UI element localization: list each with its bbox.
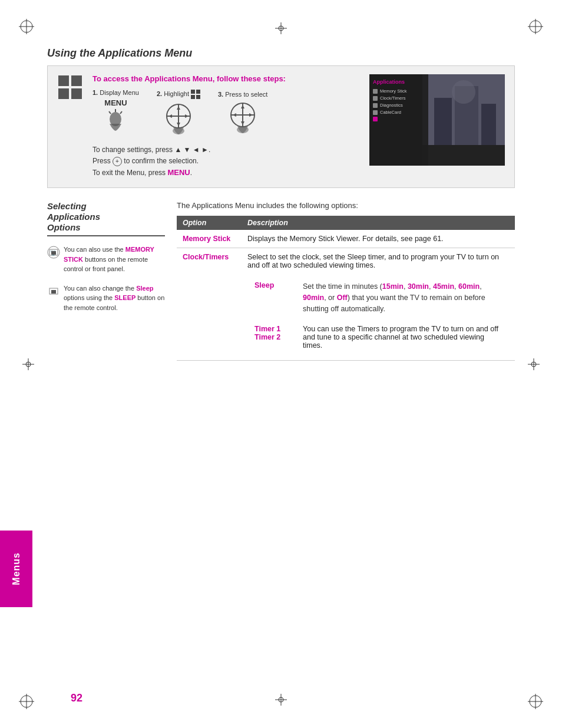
tip-highlight-sleep-button: SLEEP xyxy=(114,294,135,301)
svg-marker-49 xyxy=(233,113,236,117)
left-column: Selecting Applications Options 📡 You can… xyxy=(47,201,165,361)
svg-line-30 xyxy=(120,111,122,114)
sub-table-timers: Sleep Set the time in minutes (15min, 30… xyxy=(247,275,509,355)
screen-menu-overlay: Applications Memory Stick Clock/Timers D… xyxy=(369,74,428,166)
screen-menu-label-2: Clock/Timers xyxy=(380,95,405,101)
dpad-press-icon xyxy=(228,100,257,136)
instruction-footer: To change settings, press ▲ ▼ ◄ ►. Press… xyxy=(92,144,360,179)
page-number: 92 xyxy=(71,692,82,704)
table-row-memory-stick: Memory Stick Displays the Memory Stick V… xyxy=(177,230,515,248)
screen-menu-item-3: Diagnostics xyxy=(373,103,425,108)
screen-scene-svg xyxy=(422,74,505,166)
hand-press-icon-1 xyxy=(104,107,127,136)
screen-menu-dot-1 xyxy=(373,89,378,94)
tip-highlight-memory-stick: MEMORY STICK xyxy=(64,246,154,263)
cross-bottom xyxy=(275,694,287,706)
step-1: 1. Display Menu MENU xyxy=(92,89,139,137)
step-2-icon xyxy=(157,101,200,137)
left-col-title: Selecting Applications Options xyxy=(47,201,165,236)
svg-marker-41 xyxy=(168,114,172,118)
dpad-icon xyxy=(164,101,193,137)
sleep-60min: 60min xyxy=(458,282,480,291)
step-3: 3. Press to select xyxy=(218,91,267,136)
corner-mark-br xyxy=(527,693,544,710)
screen-menu-title: Applications xyxy=(373,79,425,85)
sub-desc-sleep: Set the time in minutes (15min, 30min, 4… xyxy=(297,276,508,319)
svg-rect-61 xyxy=(51,251,56,255)
tip-box-2: You can also change the Sleep options us… xyxy=(47,284,165,313)
cross-top xyxy=(275,22,287,34)
svg-rect-55 xyxy=(481,104,496,145)
svg-marker-48 xyxy=(241,121,244,125)
menu-text: MENU xyxy=(104,98,127,107)
step-2-label: 2. Highlight xyxy=(157,90,200,99)
corner-mark-tl xyxy=(18,18,35,35)
corner-mark-bl xyxy=(18,693,35,710)
table-header-row: Option Description xyxy=(177,216,515,230)
svg-rect-24 xyxy=(58,75,69,86)
highlight-icon xyxy=(191,90,200,99)
svg-rect-26 xyxy=(58,88,69,99)
table-header-description: Description xyxy=(242,216,515,230)
instruction-content: To access the Applications Menu, follow … xyxy=(92,74,360,179)
svg-rect-63 xyxy=(51,290,56,294)
option-desc-clock-timers: Select to set the clock, set the Sleep t… xyxy=(242,248,515,361)
instruction-box: To access the Applications Menu, follow … xyxy=(47,65,515,188)
app-menu-icon xyxy=(57,74,83,102)
screen-menu-dot-3 xyxy=(373,103,378,108)
sub-option-timers: Timer 1Timer 2 xyxy=(249,320,296,354)
side-tab-label: Menus xyxy=(11,552,22,585)
table-header-option: Option xyxy=(177,216,242,230)
option-desc-memory-stick: Displays the Memory Stick Viewer. For de… xyxy=(242,230,515,248)
tip-text-2: You can also change the Sleep options us… xyxy=(64,284,165,313)
step-1-icon: MENU xyxy=(92,98,139,137)
screen-menu-dot-4 xyxy=(373,110,378,115)
svg-marker-40 xyxy=(177,123,180,126)
sub-row-timers: Timer 1Timer 2 You can use the Timers to… xyxy=(249,320,508,354)
svg-rect-27 xyxy=(71,88,82,99)
footer-line3: To exit the Menu, press MENU. xyxy=(92,167,360,179)
svg-point-57 xyxy=(452,80,475,104)
step-1-label: 1. Display Menu xyxy=(92,89,139,96)
sub-desc-timers: You can use the Timers to program the TV… xyxy=(297,320,508,354)
screen-menu-item-2: Clock/Timers xyxy=(373,95,425,101)
screen-menu-dot-5 xyxy=(373,117,378,121)
tip-box-1: 📡 You can also use the MEMORY STICK butt… xyxy=(47,245,165,274)
svg-marker-50 xyxy=(249,113,253,117)
corner-mark-tr xyxy=(527,18,544,35)
tip-icon-2 xyxy=(47,285,60,301)
tip-text-1: You can also use the MEMORY STICK button… xyxy=(64,245,165,274)
cross-left xyxy=(22,358,34,370)
screen-menu-dot-2 xyxy=(373,96,378,101)
svg-rect-35 xyxy=(196,95,200,99)
step-3-label: 3. Press to select xyxy=(218,91,267,98)
sub-row-sleep: Sleep Set the time in minutes (15min, 30… xyxy=(249,276,508,319)
instruction-header: To access the Applications Menu, follow … xyxy=(92,74,360,83)
svg-line-31 xyxy=(109,111,111,114)
sleep-off: Off xyxy=(337,294,348,302)
svg-rect-56 xyxy=(422,145,505,166)
step-3-icon xyxy=(218,100,267,136)
screen-menu-item-5 xyxy=(373,117,425,121)
step-2: 2. Highlight xyxy=(157,90,200,137)
svg-rect-53 xyxy=(434,98,452,145)
svg-rect-34 xyxy=(191,95,195,99)
options-table: Option Description Memory Stick Displays… xyxy=(177,216,515,361)
sleep-30min: 30min xyxy=(408,282,429,291)
screen-background xyxy=(422,74,505,166)
option-name-memory-stick: Memory Stick xyxy=(177,230,242,248)
steps-row: 1. Display Menu MENU xyxy=(92,89,360,137)
screen-menu-item-1: Memory Stick xyxy=(373,88,425,94)
footer-line1: To change settings, press ▲ ▼ ◄ ►. xyxy=(92,144,360,156)
screen-menu-label-1: Memory Stick xyxy=(380,88,406,94)
svg-rect-33 xyxy=(196,90,200,94)
screen-menu-label-4: CableCard xyxy=(380,110,401,115)
section-title: Using the Applications Menu xyxy=(47,47,515,60)
screen-menu-label-3: Diagnostics xyxy=(380,103,403,108)
screen-menu-item-4: CableCard xyxy=(373,110,425,115)
svg-marker-42 xyxy=(185,114,189,118)
option-name-clock-timers: Clock/Timers xyxy=(177,248,242,361)
svg-rect-32 xyxy=(191,90,195,94)
tip-highlight-sleep: Sleep xyxy=(136,285,153,292)
tip-icon-1: 📡 xyxy=(47,246,60,262)
